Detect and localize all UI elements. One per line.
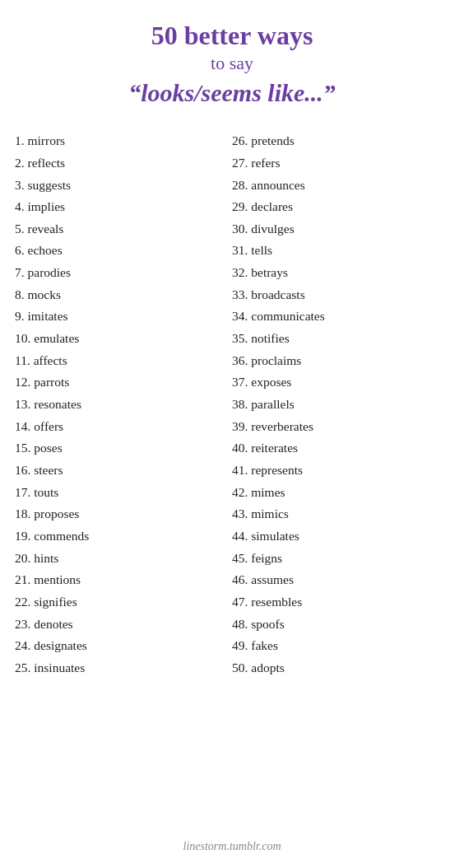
list-item: 1. mirrors	[15, 130, 232, 152]
list-item: 25. insinuates	[15, 657, 232, 679]
list-item: 45. feigns	[232, 548, 449, 570]
list-item: 34. communicates	[232, 306, 449, 328]
title-line1: 50 better ways	[128, 20, 336, 51]
list-item: 22. signifies	[15, 591, 232, 614]
list-item: 31. tells	[232, 240, 449, 262]
list-item: 37. exposes	[232, 371, 449, 394]
list-item: 28. announces	[232, 175, 449, 197]
list-item: 49. fakes	[232, 635, 449, 657]
list-item: 30. divulges	[232, 218, 449, 240]
list-item: 3. suggests	[15, 175, 232, 197]
list-item: 42. mimes	[232, 482, 449, 504]
word-list-container: 1. mirrors2. reflects3. suggests4. impli…	[0, 124, 464, 828]
list-item: 6. echoes	[15, 240, 232, 262]
list-item: 40. reiterates	[232, 437, 449, 460]
list-item: 26. pretends	[232, 130, 449, 152]
list-item: 16. steers	[15, 460, 232, 482]
list-item: 15. poses	[15, 437, 232, 460]
list-item: 20. hints	[15, 548, 232, 570]
list-item: 43. mimics	[232, 503, 449, 525]
list-item: 13. resonates	[15, 394, 232, 416]
list-item: 27. refers	[232, 152, 449, 175]
list-item: 5. reveals	[15, 218, 232, 240]
list-item: 50. adopts	[232, 657, 449, 679]
list-item: 7. parodies	[15, 262, 232, 284]
list-item: 35. notifies	[232, 328, 449, 350]
footer-credit: linestorm.tumblr.com	[183, 828, 281, 868]
list-item: 48. spoofs	[232, 614, 449, 636]
list-item: 41. represents	[232, 460, 449, 482]
list-item: 32. betrays	[232, 262, 449, 284]
right-column: 26. pretends27. refers28. announces29. d…	[232, 130, 449, 822]
list-item: 18. proposes	[15, 503, 232, 525]
list-item: 38. parallels	[232, 394, 449, 416]
list-item: 33. broadcasts	[232, 284, 449, 306]
list-item: 10. emulates	[15, 328, 232, 350]
list-item: 36. proclaims	[232, 350, 449, 372]
list-item: 17. touts	[15, 482, 232, 504]
list-item: 12. parrots	[15, 371, 232, 394]
list-item: 24. designates	[15, 635, 232, 657]
list-item: 23. denotes	[15, 614, 232, 636]
list-item: 14. offers	[15, 416, 232, 438]
list-item: 39. reverberates	[232, 416, 449, 438]
list-item: 46. assumes	[232, 569, 449, 591]
list-item: 29. declares	[232, 196, 449, 218]
title-line2: to say	[128, 51, 336, 77]
list-item: 2. reflects	[15, 152, 232, 175]
list-item: 11. affects	[15, 350, 232, 372]
title-line3: “looks/seems like...”	[128, 77, 336, 109]
list-item: 44. simulates	[232, 525, 449, 548]
list-item: 8. mocks	[15, 284, 232, 306]
left-column: 1. mirrors2. reflects3. suggests4. impli…	[15, 130, 232, 822]
list-item: 9. imitates	[15, 306, 232, 328]
list-item: 47. resembles	[232, 591, 449, 614]
page-header: 50 better ways to say “looks/seems like.…	[112, 0, 352, 124]
list-item: 21. mentions	[15, 569, 232, 591]
list-item: 19. commends	[15, 525, 232, 548]
list-item: 4. implies	[15, 196, 232, 218]
